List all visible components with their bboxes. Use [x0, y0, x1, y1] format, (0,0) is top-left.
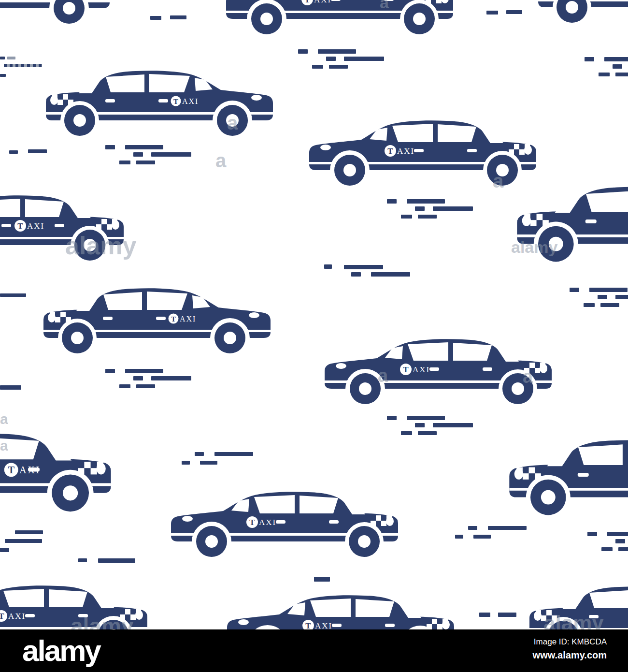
speed-dash	[479, 613, 490, 617]
svg-text:AXI: AXI	[19, 465, 40, 475]
speed-dash	[407, 199, 445, 204]
speed-dash	[615, 73, 628, 76]
speed-dash	[433, 423, 473, 427]
speed-dash	[0, 385, 21, 390]
speed-dash	[613, 64, 622, 69]
speed-dash	[473, 535, 491, 539]
speed-dash	[9, 150, 18, 154]
taxi-car-right: T AXI	[0, 585, 148, 629]
speed-dash	[587, 532, 597, 536]
svg-text:T: T	[304, 0, 310, 4]
speed-dash	[468, 526, 477, 530]
alamy-logo: alamy	[22, 633, 100, 668]
svg-text:AXI: AXI	[315, 621, 332, 629]
speed-dash	[318, 49, 356, 54]
taxi-car-left: T AXI	[508, 439, 628, 517]
speed-dash	[599, 73, 610, 76]
speed-dash	[125, 145, 163, 149]
speed-dash	[433, 206, 473, 211]
speed-dash	[329, 65, 348, 69]
speed-dash	[486, 11, 498, 15]
svg-text:T: T	[305, 621, 311, 629]
speed-dash	[488, 526, 527, 530]
speed-dash	[182, 461, 190, 465]
speed-dash	[418, 431, 437, 435]
speed-dash	[600, 303, 619, 307]
speed-dash	[407, 416, 445, 420]
svg-text:AXI: AXI	[259, 518, 276, 527]
svg-text:AXI: AXI	[8, 612, 26, 621]
svg-text:T: T	[403, 365, 409, 374]
speed-dash	[78, 558, 87, 562]
speed-dash	[170, 15, 186, 19]
speed-dash	[607, 532, 628, 536]
alamy-watermark: a	[0, 411, 8, 427]
speed-dash	[0, 74, 6, 77]
taxi-car-left: T AXI	[45, 70, 277, 138]
speed-dash	[136, 384, 155, 388]
speed-dash	[455, 535, 463, 539]
taxi-car-right: T AXI	[0, 433, 112, 514]
speed-dash	[200, 461, 217, 465]
speed-dash	[195, 452, 204, 456]
svg-text:T: T	[0, 612, 4, 621]
speed-dash	[136, 161, 155, 164]
speed-dash	[133, 376, 143, 380]
speed-dash	[344, 57, 384, 61]
taxi-car-left: T AXI	[43, 288, 274, 355]
taxi-car-left: T AXI	[0, 0, 114, 26]
speed-dash	[585, 57, 594, 61]
svg-text:AXI: AXI	[182, 97, 199, 105]
speed-dash	[418, 215, 437, 219]
taxi-car-right: T AXI	[223, 595, 455, 629]
svg-text:AXI: AXI	[413, 365, 430, 374]
speed-dash	[151, 152, 191, 157]
svg-text:AXI: AXI	[180, 315, 196, 323]
alamy-url-text: www.alamy.com	[533, 650, 607, 661]
speed-dash	[615, 539, 625, 543]
speed-dash	[324, 264, 332, 269]
speed-dash	[150, 16, 161, 20]
svg-text:T: T	[17, 221, 23, 231]
speed-dash	[125, 369, 163, 373]
speed-dash	[298, 49, 308, 54]
speed-dash	[119, 384, 130, 388]
speed-dash	[598, 295, 607, 299]
speed-dash	[498, 613, 516, 617]
speed-dash	[401, 215, 412, 219]
taxi-seamless-pattern: T AXI T AXI	[0, 0, 628, 629]
taxi-car-right: T AXI	[305, 120, 537, 188]
speed-dash	[506, 10, 522, 14]
speed-dash	[415, 206, 425, 211]
taxi-car-right: T AXI	[0, 195, 125, 263]
speed-dash	[401, 431, 412, 435]
speed-dash	[7, 57, 15, 59]
speed-dash	[5, 539, 42, 543]
speed-dash	[0, 57, 5, 59]
stock-image-canvas: T AXI T AXI	[0, 0, 628, 672]
speed-dash	[119, 161, 130, 164]
svg-text:T: T	[173, 98, 178, 105]
speed-dash	[584, 303, 595, 307]
image-id-text: Image ID: KMBCDA	[533, 637, 607, 647]
footer-meta: Image ID: KMBCDA www.alamy.com	[533, 637, 607, 661]
speed-dash	[371, 272, 410, 277]
taxi-car-right: T AXI	[321, 338, 553, 406]
alamy-footer-bar: alamy Image ID: KMBCDA www.alamy.com	[0, 629, 628, 672]
speed-dash	[351, 272, 361, 277]
speed-dash	[28, 149, 47, 153]
speed-dash	[344, 265, 383, 269]
speed-dash	[312, 65, 323, 69]
svg-text:AXI: AXI	[27, 221, 44, 231]
speed-dash	[105, 369, 115, 373]
alamy-watermark: a	[215, 150, 226, 172]
svg-text:T: T	[8, 465, 14, 475]
speed-dash	[604, 57, 628, 61]
speed-dash	[570, 288, 579, 292]
striped-speed-dash	[4, 64, 42, 67]
speed-dash	[326, 57, 336, 61]
speed-dash	[387, 416, 397, 420]
speed-dash	[214, 452, 253, 456]
speed-dash	[601, 547, 613, 551]
speed-dash	[0, 293, 26, 297]
